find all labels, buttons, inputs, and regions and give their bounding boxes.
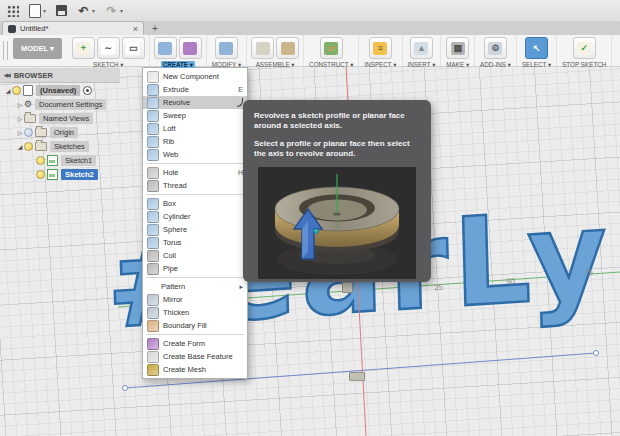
browser-header: ◀◀ BROWSER [0,68,120,83]
visibility-bulb-icon[interactable] [12,86,21,95]
browser-item-label: (Unsaved) [36,85,80,96]
document-tab[interactable]: Untitled* × [2,21,144,35]
joint-icon[interactable] [276,37,299,59]
browser-row--unsaved-[interactable]: ◢(Unsaved) [0,84,120,97]
toolbar-label-construct[interactable]: CONSTRUCT ▾ [307,61,355,68]
toolbar-label-inspect[interactable]: INSPECT ▾ [362,61,398,68]
toolbar-label-select[interactable]: SELECT ▾ [520,61,553,68]
menu-item-hole[interactable]: HoleH [143,166,247,179]
menu-item-label: Boundary Fill [163,321,243,330]
menu-item-extrude[interactable]: ExtrudeE [143,83,247,96]
browser-row-named-views[interactable]: ▷Named Views [0,112,120,125]
app-grid-icon[interactable] [6,4,19,17]
toolbar-label-insert[interactable]: INSERT ▾ [406,61,438,68]
toolbar-label-assemble[interactable]: ASSEMBLE ▾ [254,61,297,68]
box-icon [147,198,159,210]
menu-item-label: Thicken [163,308,243,317]
menu-item-rib[interactable]: Rib [143,135,247,148]
expanded-triangle-icon[interactable]: ◢ [16,143,24,150]
extrude-icon[interactable] [154,37,177,59]
menu-item-box[interactable]: Box [143,197,247,210]
menu-item-sphere[interactable]: Sphere [143,223,247,236]
menu-item-torus[interactable]: Torus [143,236,247,249]
construction-plane-icon[interactable]: ▱ [320,37,343,59]
toolbar-label-addins[interactable]: ADD-INS ▾ [478,61,513,68]
new-tab-button[interactable]: + [144,21,166,35]
browser-collapse-icon[interactable]: ◀◀ [4,72,10,78]
select-cursor-icon[interactable]: ↖ [525,37,548,59]
collapsed-triangle-icon[interactable]: ▷ [16,115,24,122]
menu-shortcut: E [238,86,243,93]
pipe-icon [147,263,159,275]
menu-item-loft[interactable]: Loft [143,122,247,135]
browser-row-sketches[interactable]: ◢Sketches [0,140,120,153]
insert-image-icon[interactable]: ▲ [410,37,433,59]
expanded-triangle-icon[interactable]: ◢ [4,87,12,94]
menu-item-sweep[interactable]: Sweep [143,109,247,122]
redo-icon[interactable]: ↷ [105,4,118,17]
menu-item-create-base-feature[interactable]: Create Base Feature [143,350,247,363]
close-tab-icon[interactable]: × [133,24,138,34]
toolbar-group-create: CREATE ▾ [150,35,207,66]
toolbar-label-sketch[interactable]: SKETCH ▾ [91,61,125,68]
form-icon[interactable] [179,37,202,59]
menu-item-create-mesh[interactable]: Create Mesh [143,363,247,376]
browser-row-sketch2[interactable]: Sketch2 [0,168,120,181]
menu-item-cylinder[interactable]: Cylinder [143,210,247,223]
create-base-feature-icon [147,351,159,363]
press-pull-icon[interactable] [215,37,238,59]
visibility-bulb-icon[interactable] [24,142,33,151]
workspace-selector-model[interactable]: MODEL ▾ [13,38,62,59]
menu-item-create-form[interactable]: Create Form [143,337,247,350]
menu-item-mirror[interactable]: Mirror [143,293,247,306]
rectangle-icon[interactable]: ▭ [122,37,145,59]
menu-item-label: Create Form [163,339,243,348]
activate-component-radio[interactable] [83,86,92,95]
visibility-bulb-icon[interactable] [36,156,45,165]
collapsed-triangle-icon[interactable]: ▷ [16,101,24,108]
undo-icon[interactable]: ↶ [77,4,90,17]
file-menu-icon-caret[interactable]: ▾ [43,7,46,14]
file-menu-icon[interactable] [29,4,41,18]
menu-item-pattern[interactable]: Pattern▸ [143,280,247,293]
toolbar: MODEL ▾ +∼▭SKETCH ▾CREATE ▾MODIFY ▾ASSEM… [0,35,620,67]
create-sketch-icon[interactable]: + [72,37,95,59]
print-3d-icon[interactable]: ▤ [446,37,469,59]
browser-row-sketch1[interactable]: Sketch1 [0,154,120,167]
visibility-bulb-icon[interactable] [24,128,33,137]
menu-item-thread[interactable]: Thread [143,179,247,192]
menu-item-pipe[interactable]: Pipe [143,262,247,275]
undo-icon-caret[interactable]: ▾ [92,7,95,14]
save-icon[interactable] [56,5,67,16]
menu-item-new-component[interactable]: New Component [143,70,247,83]
toolbar-label-stopsketch[interactable]: STOP SKETCH [560,61,608,68]
collapsed-triangle-icon[interactable]: ▷ [16,129,24,136]
redo-icon-caret[interactable]: ▾ [120,7,123,14]
hole-icon [147,167,159,179]
tabbar: Untitled* × + [0,21,620,36]
dimension-chip[interactable] [349,372,365,381]
toolbar-label-modify[interactable]: MODIFY ▾ [210,61,243,68]
browser-row-origin[interactable]: ▷Origin [0,126,120,139]
menu-item-web[interactable]: Web [143,148,247,161]
sphere-icon [147,224,159,236]
measure-icon[interactable]: ≡ [369,37,392,59]
menu-item-label: Coil [163,251,243,260]
boundary-fill-icon [147,320,159,332]
browser-panel: ◀◀ BROWSER ◢(Unsaved)▷⚙Document Settings… [0,68,120,181]
stop-sketch-icon[interactable]: ✓ [573,37,596,59]
toolbar-label-make[interactable]: MAKE ▾ [444,61,471,68]
menu-item-boundary-fill[interactable]: Boundary Fill [143,319,247,332]
menu-item-revolve[interactable]: Revolve [143,96,247,109]
menu-item-thicken[interactable]: Thicken [143,306,247,319]
toolbar-label-create[interactable]: CREATE ▾ [161,61,195,68]
constraint-icon[interactable] [342,282,353,293]
new-component-icon[interactable] [251,37,274,59]
browser-row-document-settings[interactable]: ▷⚙Document Settings [0,98,120,111]
browser-item-label: Document Settings [35,99,106,110]
scripts-addins-icon[interactable]: ⚙ [484,37,507,59]
toolbar-grip[interactable] [3,41,8,60]
menu-item-coil[interactable]: Coil [143,249,247,262]
visibility-bulb-icon[interactable] [36,170,45,179]
spline-icon[interactable]: ∼ [97,37,120,59]
